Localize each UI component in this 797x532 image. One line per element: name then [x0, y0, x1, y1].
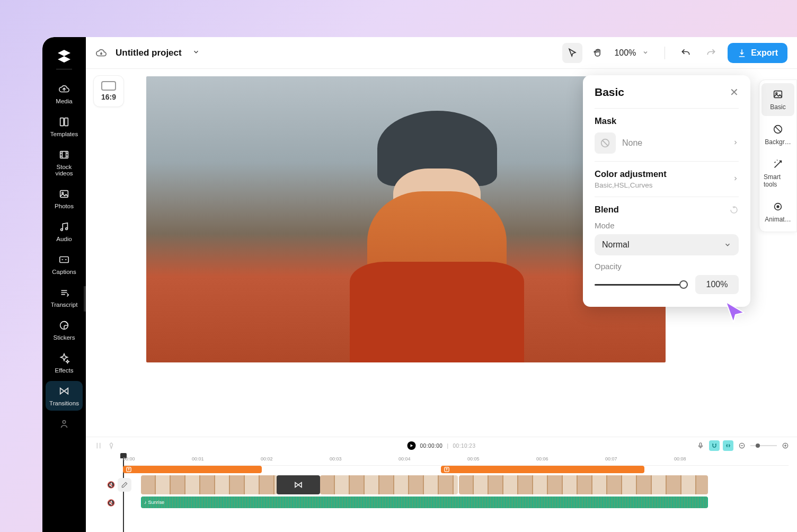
blend-mode-select[interactable]: Normal	[595, 234, 739, 255]
nav-label: Audio	[56, 236, 72, 242]
track-mute-icon[interactable]: 🔇	[104, 478, 118, 492]
video-clip[interactable]	[320, 475, 458, 494]
chevron-right-icon	[732, 174, 739, 184]
video-clip[interactable]	[141, 475, 278, 494]
timeline: 00:00:00 | 00:10:23 00:00 00:01 00:02	[86, 437, 797, 532]
marker-tool-icon[interactable]	[107, 441, 116, 450]
aspect-label: 16:9	[101, 93, 116, 101]
tab-animation[interactable]: Animat…	[761, 196, 794, 228]
sidebar-item-photos[interactable]: Photos	[46, 184, 83, 214]
magnet-button[interactable]	[709, 440, 720, 451]
undo-button[interactable]	[676, 43, 696, 63]
topbar: Untitled project 100%	[86, 37, 797, 69]
tab-label: Basic	[770, 103, 785, 111]
export-label: Export	[751, 48, 778, 58]
blend-mode-value: Normal	[602, 240, 630, 250]
cursor-tool-button[interactable]	[562, 43, 582, 63]
opacity-label: Opacity	[595, 262, 739, 271]
cloud-sync-icon[interactable]	[95, 47, 107, 59]
sidebar-item-transcript[interactable]: Transcript	[46, 282, 83, 312]
ruler-tick: 00:03	[330, 456, 342, 462]
right-property-tabs: Basic Backgr… Smart tools Animat…	[759, 79, 797, 232]
close-icon[interactable]: ✕	[730, 86, 739, 99]
toolbar-divider	[665, 47, 665, 59]
svg-rect-1	[65, 118, 68, 126]
ruler-tick: 00:02	[261, 456, 273, 462]
blend-heading: Blend	[595, 205, 619, 215]
zoom-dropdown-icon[interactable]	[642, 48, 649, 58]
sidebar-item-more[interactable]	[46, 414, 83, 437]
text-track-clip[interactable]	[123, 466, 262, 473]
color-adjustment-row[interactable]: Color adjustment Basic,HSL,Curves	[595, 169, 739, 189]
sticker-icon	[58, 320, 70, 331]
tutorial-cursor-icon	[723, 300, 747, 324]
current-time: 00:00:00	[420, 443, 443, 449]
nav-label: Stock videos	[48, 164, 81, 176]
color-adjust-heading: Color adjustment	[595, 169, 667, 179]
sidebar-item-audio[interactable]: Audio	[46, 217, 83, 246]
sidebar-item-stickers[interactable]: Stickers	[46, 315, 83, 345]
text-track-clip[interactable]	[441, 466, 644, 473]
opacity-slider[interactable]	[595, 279, 688, 290]
ruler-tick: 00:00	[123, 456, 135, 462]
aspect-ratio-chip[interactable]: 16:9	[93, 75, 124, 107]
track-tool-icon[interactable]	[118, 478, 131, 492]
nav-label: Effects	[55, 367, 74, 374]
mic-button[interactable]	[695, 440, 706, 451]
audio-clip[interactable]: ♪ Sunrise	[141, 496, 708, 508]
nav-label: Transcript	[51, 302, 78, 308]
hand-tool-button[interactable]	[588, 43, 608, 63]
zoom-out-button[interactable]	[737, 440, 747, 451]
app-logo[interactable]	[56, 48, 73, 65]
captions-icon	[58, 254, 70, 265]
nav-label: Transitions	[49, 400, 79, 406]
ruler-tick: 00:08	[674, 456, 686, 462]
svg-rect-3	[60, 191, 68, 198]
nav-label: Media	[56, 98, 72, 104]
sidebar-item-media[interactable]: Media	[46, 79, 83, 109]
time-separator: |	[447, 443, 448, 449]
ruler-tick: 00:01	[192, 456, 204, 462]
tab-basic[interactable]: Basic	[761, 83, 794, 116]
svg-rect-15	[774, 91, 782, 98]
redo-button[interactable]	[701, 43, 721, 63]
zoom-level[interactable]: 100%	[614, 48, 636, 58]
track-mute-icon[interactable]: 🔇	[104, 496, 118, 510]
zoom-in-button[interactable]	[780, 440, 791, 451]
video-track: 🔇	[104, 475, 789, 494]
mask-selector[interactable]: None	[595, 132, 739, 154]
sparkle-icon	[58, 352, 70, 364]
project-dropdown-icon[interactable]	[192, 48, 200, 58]
sidebar-item-templates[interactable]: Templates	[46, 112, 83, 141]
cloud-upload-icon	[58, 83, 70, 95]
ruler-tick: 00:04	[398, 456, 411, 462]
tab-label: Smart tools	[764, 173, 792, 188]
split-tool-icon[interactable]	[94, 441, 103, 450]
project-title[interactable]: Untitled project	[116, 48, 182, 58]
film-icon	[58, 149, 70, 161]
sidebar-item-transitions[interactable]: Transitions	[46, 381, 83, 411]
sidebar-item-captions[interactable]: Captions	[46, 250, 83, 279]
reset-icon[interactable]	[729, 205, 739, 215]
slider-thumb[interactable]	[679, 280, 688, 289]
tab-background[interactable]: Backgr…	[761, 118, 794, 151]
video-clip[interactable]	[459, 475, 708, 494]
sidebar-item-stock-videos[interactable]: Stock videos	[46, 145, 83, 181]
sidebar-item-effects[interactable]: Effects	[46, 348, 83, 378]
play-button[interactable]	[408, 441, 416, 450]
transition-clip[interactable]	[277, 475, 320, 494]
svg-point-6	[66, 228, 68, 230]
export-button[interactable]: Export	[728, 43, 787, 63]
chevron-right-icon	[732, 138, 739, 148]
audio-track: 🔇 ♪ Sunrise	[104, 496, 789, 509]
topbar-tools: 100%	[562, 43, 721, 63]
audio-clip-label: ♪ Sunrise	[144, 500, 164, 505]
snap-button[interactable]	[723, 440, 733, 451]
timeline-ruler[interactable]: 00:00 00:01 00:02 00:03 00:04 00:05 00:0…	[123, 454, 789, 466]
nav-label: Stickers	[54, 334, 75, 341]
svg-rect-0	[60, 118, 64, 126]
ruler-tick: 00:05	[467, 456, 480, 462]
opacity-value[interactable]: 100%	[695, 275, 739, 294]
tab-smart-tools[interactable]: Smart tools	[761, 153, 794, 193]
zoom-slider[interactable]	[750, 445, 777, 446]
